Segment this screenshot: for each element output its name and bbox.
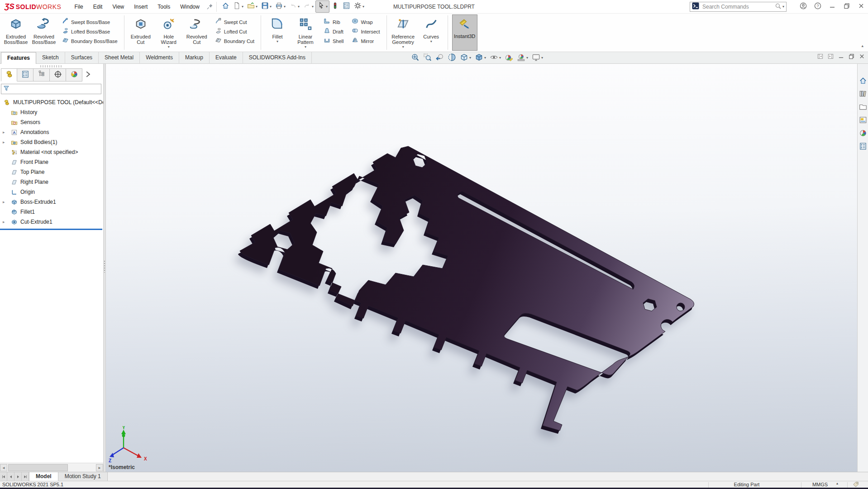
options-button[interactable]: ▾: [352, 0, 366, 13]
instant3d-toggle-button[interactable]: Instant3D: [452, 14, 477, 51]
dropdown-caret[interactable]: ▾: [284, 5, 286, 9]
fillet-button[interactable]: Fillet▾: [263, 14, 291, 51]
tree-item-cut-extrude1[interactable]: ▸Cut-Extrude1: [0, 217, 103, 227]
previous-view-button[interactable]: [434, 52, 445, 64]
view-settings-button[interactable]: ▾: [530, 52, 544, 64]
tab-weldments[interactable]: Weldments: [140, 52, 179, 64]
help-button[interactable]: ?: [812, 1, 824, 12]
model-3d-multitool-card[interactable]: [106, 64, 857, 472]
print-button[interactable]: ▾: [273, 0, 287, 13]
menu-insert[interactable]: Insert: [129, 0, 153, 14]
save-button[interactable]: ▾: [259, 0, 273, 13]
hide-show-items-button[interactable]: ▾: [488, 52, 502, 64]
tree-item-sensors[interactable]: Sensors: [0, 117, 103, 127]
taskpane-home-tab-button[interactable]: [858, 77, 868, 86]
search-dropdown-caret[interactable]: ▾: [782, 5, 784, 9]
menu-view[interactable]: View: [107, 0, 129, 14]
menu-edit[interactable]: Edit: [88, 0, 108, 14]
dropdown-caret[interactable]: ▾: [469, 56, 471, 60]
dropdown-caret[interactable]: ▾: [277, 40, 278, 43]
taskpane-appearances-scenes-button[interactable]: [858, 129, 868, 139]
apply-scene-button[interactable]: ▾: [515, 52, 529, 64]
dropdown-caret[interactable]: ▾: [305, 45, 306, 49]
tree-item-boss-extrude1[interactable]: ▸Boss-Extrude1: [0, 197, 103, 207]
dropdown-caret[interactable]: ▾: [526, 56, 528, 60]
tree-item-material-not-specified-[interactable]: Material <not specified>: [0, 147, 103, 157]
tree-item-solid-bodies-1-[interactable]: ▸Solid Bodies(1): [0, 137, 103, 147]
display-settings-button[interactable]: [341, 0, 352, 13]
expand-tabs[interactable]: [82, 68, 93, 82]
tree-item-root[interactable]: MULTIPURPOSE TOOL (Default<<Def: [0, 97, 103, 107]
scroll-right-arrow[interactable]: ►: [96, 464, 103, 471]
panel-grip[interactable]: [40, 65, 63, 67]
expand-arrow-icon[interactable]: ▸: [3, 200, 5, 204]
taskpane-view-palette-button[interactable]: [858, 116, 868, 126]
tab-scroll-next-button[interactable]: [14, 472, 22, 481]
lofted-boss-base-button[interactable]: Lofted Boss/Base: [60, 27, 120, 36]
open-button[interactable]: ▾: [245, 0, 259, 13]
tab-surfaces[interactable]: Surfaces: [65, 52, 99, 64]
tree-item-history[interactable]: History: [0, 107, 103, 117]
dropdown-caret[interactable]: ▾: [256, 5, 258, 9]
propertymanager-tab[interactable]: [17, 68, 33, 82]
taskpane-design-library-button[interactable]: [858, 90, 868, 100]
revolved-boss-base-button[interactable]: RevolvedBoss/Base: [30, 14, 58, 51]
revolved-cut-button[interactable]: RevolvedCut: [183, 14, 211, 51]
units-caret-icon[interactable]: ▴: [836, 481, 838, 485]
minimize-window-button[interactable]: [826, 1, 838, 12]
zoom-to-fit-button[interactable]: [410, 52, 421, 64]
dropdown-caret[interactable]: ▾: [362, 5, 364, 9]
lofted-cut-button[interactable]: Lofted Cut: [213, 27, 257, 36]
swept-cut-button[interactable]: Swept Cut: [213, 17, 257, 27]
menu-tools[interactable]: Tools: [153, 0, 175, 14]
collapse-pane-left-button[interactable]: [817, 53, 824, 62]
redo-button[interactable]: ▾: [301, 0, 315, 13]
magnifier-icon[interactable]: [775, 3, 782, 11]
expand-arrow-icon[interactable]: ▸: [3, 140, 5, 144]
home-button[interactable]: [220, 0, 231, 13]
expand-arrow-icon[interactable]: ▸: [3, 220, 5, 224]
dropdown-caret[interactable]: ▾: [298, 5, 300, 9]
tab-motion-study-1[interactable]: Motion Study 1: [58, 472, 108, 481]
dropdown-caret[interactable]: ▾: [402, 45, 404, 49]
collapse-pane-right-button[interactable]: [827, 53, 834, 62]
tree-item-origin[interactable]: Origin: [0, 187, 103, 197]
tab-model[interactable]: Model: [29, 472, 58, 481]
tab-solidworks-add-ins[interactable]: SOLIDWORKS Add-Ins: [243, 52, 312, 64]
boundary-cut-button[interactable]: Boundary Cut: [213, 36, 257, 46]
displaymanager-tab[interactable]: [66, 68, 82, 82]
mirror-button[interactable]: Mirror: [349, 36, 382, 46]
shell-button[interactable]: Shell: [321, 36, 346, 46]
hole-wizard-button[interactable]: HoleWizard▾: [155, 14, 183, 51]
units-selector[interactable]: MMGS: [806, 482, 834, 487]
tree-item-right-plane[interactable]: Right Plane: [0, 177, 103, 187]
tab-scroll-previous-button[interactable]: [7, 472, 14, 481]
linear-pattern-button[interactable]: LinearPattern▾: [291, 14, 320, 51]
extruded-cut-button[interactable]: ExtrudedCut: [127, 14, 155, 51]
close-window-button[interactable]: [855, 1, 867, 12]
search-box[interactable]: ▾: [690, 2, 787, 12]
tab-scroll-first-button[interactable]: [0, 472, 7, 481]
scrollbar-thumb[interactable]: [8, 464, 68, 471]
draft-button[interactable]: Draft: [321, 27, 346, 36]
sign-in-button[interactable]: [797, 1, 809, 12]
restore-document-button[interactable]: [848, 53, 855, 62]
extruded-boss-base-button[interactable]: ExtrudedBoss/Base: [2, 14, 30, 51]
tree-filter-input[interactable]: [1, 84, 101, 94]
expand-arrow-icon[interactable]: ▸: [3, 130, 5, 134]
scroll-left-arrow[interactable]: ◄: [0, 464, 7, 471]
reference-geometry-button[interactable]: ReferenceGeometry▾: [389, 14, 417, 51]
restore-window-button[interactable]: [841, 1, 853, 12]
tree-item-front-plane[interactable]: Front Plane: [0, 157, 103, 167]
tab-markup[interactable]: Markup: [179, 52, 210, 64]
menu-window[interactable]: Window: [175, 0, 205, 14]
featuremanager-design-tree-tab[interactable]: [1, 68, 17, 82]
dropdown-caret[interactable]: ▾: [270, 5, 272, 9]
taskpane-file-explorer-button[interactable]: [858, 103, 868, 113]
dropdown-caret[interactable]: ▾: [541, 56, 543, 60]
tree-item-annotations[interactable]: ▸AAnnotations: [0, 127, 103, 137]
minimize-document-button[interactable]: [838, 53, 844, 62]
dropdown-caret[interactable]: ▾: [484, 56, 486, 60]
wrap-button[interactable]: Wrap: [349, 17, 382, 27]
search-input[interactable]: [701, 3, 775, 10]
